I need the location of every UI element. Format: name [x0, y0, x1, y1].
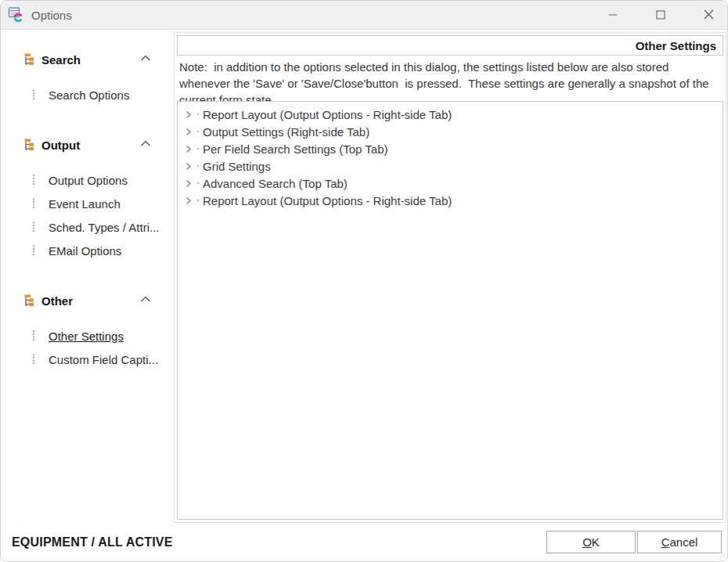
- sidebar-item-label: Event Launch: [49, 197, 121, 211]
- sidebar-item-custom-field-captions[interactable]: Custom Field Capti...: [1, 351, 173, 368]
- window-title: Options: [31, 9, 72, 22]
- sidebar-item-event-launch[interactable]: Event Launch: [1, 195, 173, 212]
- sidebar-item-sched-types[interactable]: Sched. Types / Attri...: [1, 218, 173, 236]
- chevron-right-icon[interactable]: [186, 179, 192, 188]
- grip-dots-icon: [32, 330, 35, 341]
- sidebar-item-label: EMail Options: [49, 244, 121, 258]
- maximize-button[interactable]: [643, 1, 679, 28]
- tree-node-icon: [23, 53, 35, 66]
- sidebar-item-label: Other Settings: [49, 330, 124, 343]
- maximize-icon: [656, 10, 665, 20]
- section-label: Other: [41, 294, 73, 308]
- sidebar-item-output-options[interactable]: Output Options: [1, 171, 173, 189]
- sidebar-item-email-options[interactable]: EMail Options: [1, 242, 173, 259]
- sidebar-item-label: Output Options: [49, 174, 128, 187]
- section-label: Output: [41, 139, 80, 152]
- chevron-right-icon[interactable]: [186, 162, 192, 171]
- tree-item[interactable]: Grid Settings: [178, 157, 723, 175]
- chevron-up-icon[interactable]: [140, 296, 151, 303]
- sidebar-section-search: Search Search Options: [1, 51, 173, 110]
- chevron-up-icon[interactable]: [140, 140, 151, 147]
- sidebar-header-search[interactable]: Search: [1, 51, 173, 68]
- context-status-label: EQUIPMENT / ALL ACTIVE: [12, 535, 173, 549]
- sidebar-section-other: Other Other Settings: [1, 292, 173, 374]
- sidebar-item-label: Custom Field Capti...: [49, 353, 158, 366]
- tree-connector-dot: [197, 113, 199, 115]
- app-form-icon: [8, 6, 25, 23]
- tree-connector-dot: [197, 182, 199, 184]
- tree-item-label: Advanced Search (Top Tab): [203, 177, 348, 190]
- section-label: Search: [41, 53, 81, 67]
- panel-title: Other Settings: [636, 39, 723, 52]
- sidebar-section-output: Output Output Options: [1, 136, 173, 265]
- chevron-right-icon[interactable]: [186, 128, 192, 136]
- settings-panel: Other Settings Note: in addition to the …: [174, 32, 726, 523]
- tree-item-label: Report Layout (Output Options - Right-si…: [203, 108, 452, 121]
- titlebar: Options: [1, 1, 727, 30]
- minimize-button[interactable]: [595, 1, 631, 28]
- tree-connector-dot: [197, 131, 199, 132]
- grip-dots-icon: [32, 354, 35, 365]
- close-icon: [704, 9, 714, 20]
- close-button[interactable]: [690, 1, 726, 28]
- sidebar-header-other[interactable]: Other: [1, 292, 173, 309]
- grip-dots-icon: [32, 175, 35, 186]
- minimize-icon: [608, 10, 618, 20]
- tree-item-label: Output Settings (Right-side Tab): [203, 125, 369, 139]
- sidebar-item-search-options[interactable]: Search Options: [1, 86, 173, 103]
- chevron-right-icon[interactable]: [186, 110, 192, 119]
- options-dialog: Options: [0, 0, 728, 562]
- sidebar-item-label: Search Options: [49, 88, 129, 102]
- tree-item[interactable]: Advanced Search (Top Tab): [178, 175, 723, 192]
- sidebar-item-other-settings[interactable]: Other Settings: [1, 327, 173, 344]
- tree-connector-dot: [197, 200, 199, 201]
- grip-dots-icon: [32, 245, 35, 256]
- grip-dots-icon: [32, 198, 35, 209]
- tree-item-label: Per Field Search Settings (Top Tab): [203, 142, 388, 156]
- grip-dots-icon: [32, 89, 35, 100]
- tree-item[interactable]: Report Layout (Output Options - Right-si…: [178, 106, 723, 123]
- sidebar-header-output[interactable]: Output: [1, 136, 173, 153]
- chevron-up-icon[interactable]: [140, 55, 151, 62]
- tree-connector-dot: [197, 148, 199, 150]
- chevron-right-icon[interactable]: [186, 196, 192, 205]
- chevron-right-icon[interactable]: [186, 145, 192, 153]
- grip-dots-icon: [32, 222, 35, 232]
- tree-node-icon: [23, 139, 35, 151]
- ok-button[interactable]: OK: [546, 531, 636, 553]
- tree-item[interactable]: Per Field Search Settings (Top Tab): [178, 140, 723, 157]
- stored-settings-tree[interactable]: Report Layout (Output Options - Right-si…: [177, 101, 723, 520]
- tree-connector-dot: [197, 165, 199, 167]
- tree-item[interactable]: Output Settings (Right-side Tab): [178, 123, 723, 140]
- cancel-button[interactable]: Cancel: [637, 531, 722, 553]
- tree-item-label: Grid Settings: [203, 160, 271, 173]
- tree-node-icon: [23, 294, 35, 307]
- tree-item[interactable]: Report Layout (Output Options - Right-si…: [178, 192, 723, 209]
- tree-item-label: Report Layout (Output Options - Right-si…: [203, 194, 452, 207]
- sidebar: Search Search Options: [1, 30, 173, 561]
- panel-title-box: Other Settings: [177, 35, 723, 56]
- sidebar-item-label: Sched. Types / Attri...: [49, 221, 159, 234]
